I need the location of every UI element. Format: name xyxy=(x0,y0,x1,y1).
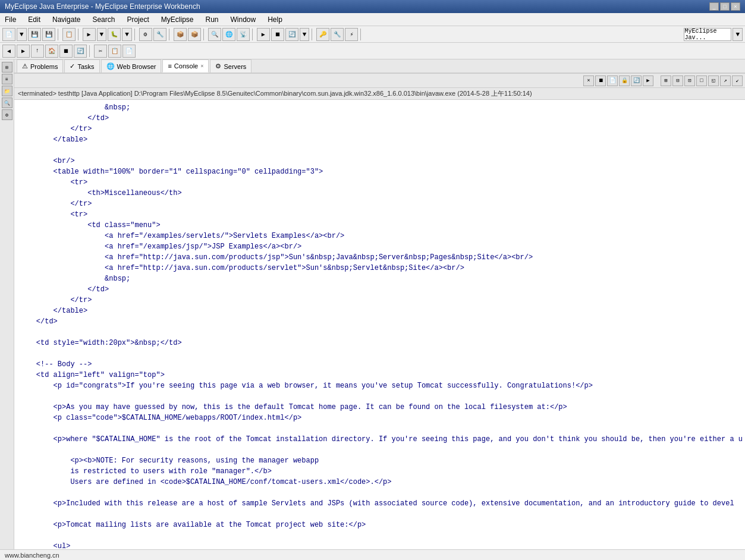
btn-b1[interactable]: 📦 xyxy=(174,28,187,41)
separator-2 xyxy=(78,29,80,40)
title-bar: MyEclipse Java Enterprise - MyEclipse En… xyxy=(0,0,745,13)
btn-3[interactable]: 📋 xyxy=(62,28,76,41)
side-icon-2[interactable]: ≡ xyxy=(2,74,12,84)
servers-icon: ⚙ xyxy=(215,62,221,70)
btn-d-dropdown[interactable]: ▼ xyxy=(300,28,310,41)
debug-btn[interactable]: 🐛 xyxy=(108,28,121,41)
separator-6 xyxy=(252,29,254,40)
tab-problems-label: Problems xyxy=(30,63,58,70)
separator-3 xyxy=(134,29,137,40)
menu-bar: File Edit Navigate Search Project MyEcli… xyxy=(0,13,745,26)
console-btn-13[interactable]: ↙ xyxy=(732,75,743,86)
title-text: MyEclipse Java Enterprise - MyEclipse En… xyxy=(5,2,200,11)
status-bar: www.biancheng.cn xyxy=(0,549,745,560)
btn-a2[interactable]: 🔧 xyxy=(153,28,166,41)
console-btn-5[interactable]: 🔄 xyxy=(631,75,642,86)
btn-d1[interactable]: ▶ xyxy=(257,28,270,41)
tb2-btn1[interactable]: ◀ xyxy=(2,45,15,58)
menu-myeclipse[interactable]: MyEclipse xyxy=(159,14,196,25)
tab-servers[interactable]: ⚙ Servers xyxy=(210,59,252,73)
console-btn-3[interactable]: 📄 xyxy=(607,75,618,86)
toolbar-2: ◀ ▶ ↑ 🏠 ⏹ 🔄 ✂ 📋 📄 xyxy=(0,43,745,59)
console-toolbar: × ⏹ 📄 🔒 🔄 ▶ ⊞ ⊟ ⊡ □ ◱ ↗ ↙ xyxy=(14,74,745,88)
tb2-sep1 xyxy=(89,45,92,57)
separator-4 xyxy=(169,29,171,40)
menu-run[interactable]: Run xyxy=(203,14,221,25)
console-status-text: <terminated> testhttp [Java Application]… xyxy=(18,89,532,98)
perspective-dropdown[interactable]: ▼ xyxy=(733,28,743,41)
btn-c1[interactable]: 🔍 xyxy=(208,28,221,41)
tb2-btn2[interactable]: ▶ xyxy=(17,45,30,58)
tb2-btn6[interactable]: 🔄 xyxy=(74,45,87,58)
menu-file[interactable]: File xyxy=(2,14,18,25)
menu-edit[interactable]: Edit xyxy=(26,14,43,25)
menu-help[interactable]: Help xyxy=(265,14,285,25)
btn-c2[interactable]: 🌐 xyxy=(222,28,235,41)
tb2-btn7[interactable]: ✂ xyxy=(94,45,107,58)
close-button[interactable]: × xyxy=(731,2,740,11)
tb2-btn9[interactable]: 📄 xyxy=(122,45,136,58)
menu-navigate[interactable]: Navigate xyxy=(50,14,83,25)
window-controls: _ □ × xyxy=(709,2,740,11)
side-icon-4[interactable]: 🔍 xyxy=(2,97,12,108)
run-dropdown[interactable]: ▼ xyxy=(97,28,107,41)
console-btn-6[interactable]: ▶ xyxy=(643,75,653,86)
tab-console-label: Console xyxy=(174,62,198,70)
console-btn-2[interactable]: ⏹ xyxy=(595,75,606,86)
btn-e2[interactable]: 🔧 xyxy=(331,28,344,41)
btn-a1[interactable]: ⚙ xyxy=(139,28,152,41)
myeclipse-logo: MyEclipse Jav... xyxy=(684,28,731,41)
console-btn-9[interactable]: ⊡ xyxy=(684,75,695,86)
console-btn-8[interactable]: ⊟ xyxy=(672,75,683,86)
console-btn-1[interactable]: × xyxy=(583,75,594,86)
left-panel: ⊞ ≡ 📁 🔍 ⚙ xyxy=(0,59,14,549)
btn-d2[interactable]: ⏹ xyxy=(271,28,284,41)
toolbar-1: 📄 ▼ 💾 💾 📋 ▶ ▼ 🐛 ▼ ⚙ 🔧 📦 📦 🔍 🌐 📡 ▶ ⏹ 🔄 ▼ … xyxy=(0,26,745,43)
console-btn-12[interactable]: ↗ xyxy=(720,75,731,86)
tab-tasks-label: Tasks xyxy=(77,63,94,70)
new-dropdown[interactable]: ▼ xyxy=(17,28,27,41)
tab-problems[interactable]: ⚠ Problems xyxy=(17,59,63,73)
tb2-btn8[interactable]: 📋 xyxy=(108,45,121,58)
side-icon-1[interactable]: ⊞ xyxy=(2,62,12,73)
debug-dropdown[interactable]: ▼ xyxy=(122,28,132,41)
code-content[interactable]: &nbsp; </td> </tr> </table> <br/> <table… xyxy=(14,100,745,549)
btn-b2[interactable]: 📦 xyxy=(188,28,201,41)
menu-window[interactable]: Window xyxy=(228,14,259,25)
tab-servers-label: Servers xyxy=(224,63,246,70)
tasks-icon: ✓ xyxy=(70,62,75,70)
console-btn-11[interactable]: ◱ xyxy=(708,75,719,86)
console-btn-4[interactable]: 🔒 xyxy=(619,75,630,86)
save-button[interactable]: 💾 xyxy=(28,28,41,41)
btn-d3[interactable]: 🔄 xyxy=(285,28,298,41)
save-all-button[interactable]: 💾 xyxy=(42,28,55,41)
menu-search[interactable]: Search xyxy=(90,14,117,25)
tab-tasks[interactable]: ✓ Tasks xyxy=(64,59,99,73)
problems-icon: ⚠ xyxy=(22,62,28,70)
side-icon-5[interactable]: ⚙ xyxy=(2,109,12,120)
menu-project[interactable]: Project xyxy=(124,14,151,25)
separator-5 xyxy=(203,29,206,40)
new-button[interactable]: 📄 xyxy=(2,28,15,41)
minimize-button[interactable]: _ xyxy=(709,2,719,11)
tb2-btn5[interactable]: ⏹ xyxy=(59,45,73,58)
tb2-btn3[interactable]: ↑ xyxy=(31,45,44,58)
console-icon: ≡ xyxy=(168,62,171,70)
btn-c3[interactable]: 📡 xyxy=(237,28,250,41)
console-btn-10[interactable]: □ xyxy=(696,75,707,86)
run-btn[interactable]: ▶ xyxy=(83,28,96,41)
web-browser-icon: 🌐 xyxy=(106,62,115,70)
tb2-btn4[interactable]: 🏠 xyxy=(45,45,58,58)
tab-bar: ⚠ Problems ✓ Tasks 🌐 Web Browser ≡ Conso… xyxy=(14,59,745,74)
separator-7 xyxy=(312,29,314,40)
tab-web-browser[interactable]: 🌐 Web Browser xyxy=(101,59,162,73)
console-btn-7[interactable]: ⊞ xyxy=(661,75,671,86)
console-tab-close[interactable]: × xyxy=(200,63,203,69)
btn-e3[interactable]: ⚡ xyxy=(345,28,358,41)
tab-console[interactable]: ≡ Console × xyxy=(162,59,209,73)
maximize-button[interactable]: □ xyxy=(720,2,730,11)
tab-web-browser-label: Web Browser xyxy=(117,63,156,70)
side-icon-3[interactable]: 📁 xyxy=(2,86,12,96)
console-status: <terminated> testhttp [Java Application]… xyxy=(14,88,745,100)
btn-e1[interactable]: 🔑 xyxy=(316,28,329,41)
